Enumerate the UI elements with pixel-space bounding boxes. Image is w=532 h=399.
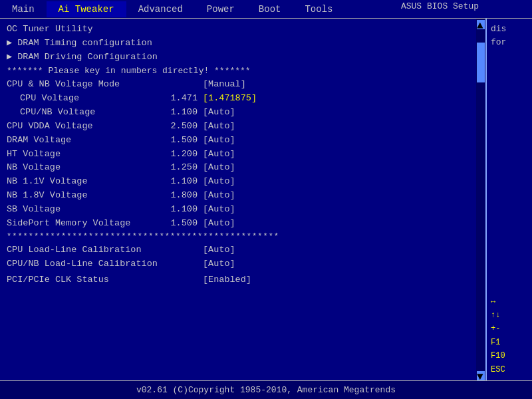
sb-voltage-label: SB Voltage [7, 203, 166, 217]
legend-plus-minus: +- [491, 322, 528, 335]
cpu-nb-voltage-row: CPU/NB Voltage 1.100 [Auto] [7, 106, 469, 120]
scroll-down-arrow[interactable]: ▼ [477, 371, 485, 380]
bottom-bar: v02.61 (C)Copyright 1985-2010, American … [0, 380, 532, 399]
sb-voltage-row: SB Voltage 1.100 [Auto] [7, 203, 469, 217]
info-description: dis for [491, 23, 528, 295]
nav-item-tools[interactable]: Tools [293, 1, 344, 17]
dram-voltage-label: DRAM Voltage [7, 134, 166, 148]
nb-11v-value: 1.100 [166, 175, 203, 189]
cpu-load-line-option[interactable]: [Auto] [203, 243, 235, 257]
info-dis: dis [491, 24, 506, 34]
nb-voltage-option[interactable]: [Auto] [203, 161, 235, 175]
cpu-nb-voltage-mode-row: CPU & NB Voltage Mode [Manual] [7, 78, 469, 92]
pci-clk-row: PCI/PCIe CLK Status [Enabled] [7, 273, 469, 287]
cpu-vdda-label: CPU VDDA Voltage [7, 120, 166, 134]
legend-arrow-ud: ↑↓ [491, 309, 528, 322]
pci-clk-label: PCI/PCIe CLK Status [7, 273, 166, 287]
nav-item-boot[interactable]: Boot [247, 1, 293, 17]
key-f10: F10 [491, 349, 505, 362]
nb-18v-option[interactable]: [Auto] [203, 189, 235, 203]
sideport-value: 1.500 [166, 217, 203, 231]
nb-voltage-label: NB Voltage [7, 161, 166, 175]
scrollbar-thumb[interactable] [477, 43, 485, 82]
key-f1: F1 [491, 336, 500, 349]
ht-voltage-value: 1.200 [166, 148, 203, 162]
cpu-nb-voltage-value: 1.100 [166, 106, 203, 120]
nb-18v-label: NB 1.8V Voltage [7, 189, 166, 203]
divider: ****************************************… [7, 231, 469, 243]
sb-voltage-option[interactable]: [Auto] [203, 203, 235, 217]
info-panel: dis for ↔ ↑↓ +- F1 F10 ESC [485, 19, 532, 380]
cpu-voltage-option[interactable]: [1.471875] [203, 92, 257, 106]
nb-voltage-row: NB Voltage 1.250 [Auto] [7, 161, 469, 175]
cpu-nb-load-line-row: CPU/NB Load-Line Calibration [Auto] [7, 257, 469, 271]
top-navigation: Main Ai Tweaker Advanced Power Boot Tool… [0, 0, 532, 19]
nav-item-main[interactable]: Main [0, 1, 47, 17]
cpu-nb-voltage-mode-label: CPU & NB Voltage Mode [7, 78, 166, 92]
cpu-nb-load-line-option[interactable]: [Auto] [203, 257, 235, 271]
cpu-vdda-row: CPU VDDA Voltage 2.500 [Auto] [7, 120, 469, 134]
content-panel: OC Tuner Utility DRAM Timing configurati… [0, 19, 476, 380]
cpu-voltage-label: CPU Voltage [7, 92, 166, 106]
key-arrow-lr: ↔ [491, 295, 495, 309]
cpu-nb-voltage-option[interactable]: [Auto] [203, 106, 235, 120]
dram-voltage-value: 1.500 [166, 134, 203, 148]
legend-f1: F1 [491, 336, 528, 349]
nb-11v-option[interactable]: [Auto] [203, 175, 235, 189]
main-area: OC Tuner Utility DRAM Timing configurati… [0, 19, 532, 380]
nb-11v-label: NB 1.1V Voltage [7, 175, 166, 189]
key-esc: ESC [491, 363, 505, 376]
nb-18v-value: 1.800 [166, 189, 203, 203]
key-arrow-ud: ↑↓ [491, 309, 500, 322]
ht-voltage-option[interactable]: [Auto] [203, 148, 235, 162]
dram-timing-item[interactable]: DRAM Timing configuration [7, 37, 469, 51]
pci-clk-option[interactable]: [Enabled] [203, 273, 251, 287]
ht-voltage-row: HT Voltage 1.200 [Auto] [7, 148, 469, 162]
content-with-scroll: OC Tuner Utility DRAM Timing configurati… [0, 19, 485, 380]
scroll-up-arrow[interactable]: ▲ [477, 20, 485, 29]
bios-title: ASUS BIOS Setup [401, 1, 479, 11]
nav-item-power[interactable]: Power [195, 1, 247, 17]
key-plus-minus: +- [491, 322, 500, 335]
cpu-nb-load-line-label: CPU/NB Load-Line Calibration [7, 257, 166, 271]
sb-voltage-value: 1.100 [166, 203, 203, 217]
sideport-row: SidePort Memory Voltage 1.500 [Auto] [7, 217, 469, 231]
info-for: for [491, 37, 506, 47]
nb-voltage-value: 1.250 [166, 161, 203, 175]
sideport-option[interactable]: [Auto] [203, 217, 235, 231]
cpu-nb-voltage-mode-value[interactable]: [Manual] [203, 78, 246, 92]
dram-voltage-option[interactable]: [Auto] [203, 134, 235, 148]
cpu-voltage-value: 1.471 [166, 92, 203, 106]
cpu-voltage-row: CPU Voltage 1.471 [1.471875] [7, 92, 469, 106]
scrollbar[interactable]: ▲ ▼ [476, 19, 485, 380]
sideport-label: SidePort Memory Voltage [7, 217, 166, 231]
nav-item-ai-tweaker[interactable]: Ai Tweaker [47, 1, 126, 17]
legend-arrow-lr: ↔ [491, 295, 528, 309]
cpu-vdda-value: 2.500 [166, 120, 203, 134]
cpu-load-line-row: CPU Load-Line Calibration [Auto] [7, 243, 469, 257]
cpu-load-line-label: CPU Load-Line Calibration [7, 243, 166, 257]
nb-11v-row: NB 1.1V Voltage 1.100 [Auto] [7, 175, 469, 189]
warning-text: ******* Please key in numbers directly! … [7, 65, 469, 78]
nb-18v-row: NB 1.8V Voltage 1.800 [Auto] [7, 189, 469, 203]
dram-driving-item[interactable]: DRAM Driving Configuration [7, 51, 469, 65]
ht-voltage-label: HT Voltage [7, 148, 166, 162]
cpu-nb-voltage-label: CPU/NB Voltage [7, 106, 166, 120]
copyright-text: v02.61 (C)Copyright 1985-2010, American … [136, 385, 396, 395]
legend-f10: F10 [491, 349, 528, 362]
cpu-vdda-option[interactable]: [Auto] [203, 120, 235, 134]
dram-voltage-row: DRAM Voltage 1.500 [Auto] [7, 134, 469, 148]
legend-area: ↔ ↑↓ +- F1 F10 ESC [491, 295, 528, 376]
legend-esc: ESC [491, 363, 528, 376]
oc-tuner-item[interactable]: OC Tuner Utility [7, 23, 469, 37]
nav-item-advanced[interactable]: Advanced [126, 1, 195, 17]
